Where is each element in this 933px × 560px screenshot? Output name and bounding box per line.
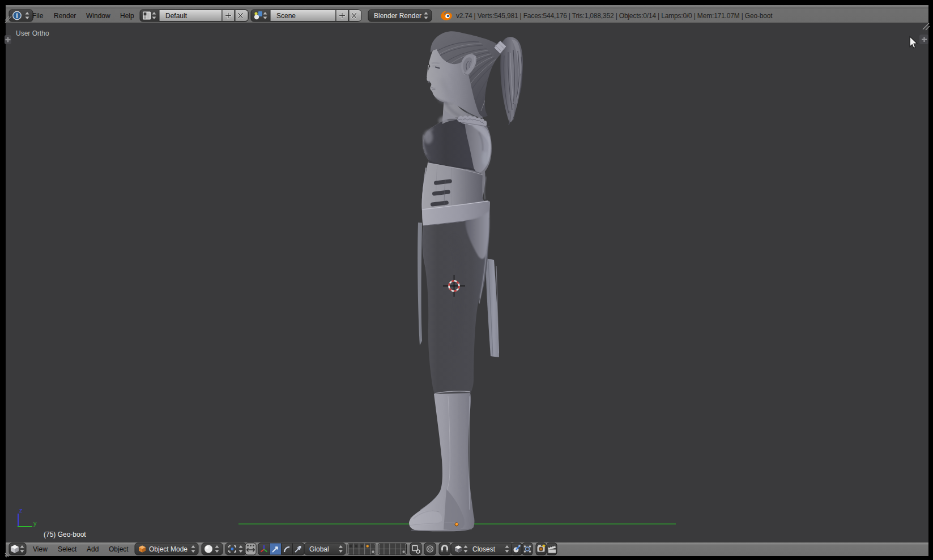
- svg-text:View: View: [33, 545, 48, 553]
- svg-text:Default: Default: [165, 12, 188, 20]
- svg-text:(75) Geo-boot: (75) Geo-boot: [44, 531, 86, 538]
- svg-text:Object: Object: [109, 545, 129, 553]
- svg-text:z: z: [19, 507, 23, 514]
- svg-text:Window: Window: [86, 12, 110, 20]
- svg-text:File: File: [32, 12, 44, 20]
- svg-text:Add: Add: [87, 545, 99, 553]
- svg-text:Scene: Scene: [276, 12, 296, 20]
- svg-text:Object Mode: Object Mode: [149, 545, 188, 553]
- svg-text:Help: Help: [120, 12, 134, 20]
- svg-text:y: y: [33, 520, 37, 527]
- svg-text:Render: Render: [54, 12, 76, 20]
- svg-text:Select: Select: [58, 545, 77, 553]
- svg-text:Closest: Closest: [472, 545, 496, 553]
- svg-text:Blender Render: Blender Render: [374, 12, 421, 20]
- svg-text:Global: Global: [309, 545, 329, 553]
- svg-text:i: i: [16, 12, 18, 20]
- svg-text:User Ortho: User Ortho: [16, 29, 49, 37]
- svg-text:v2.74 | Verts:545,981 | Faces:: v2.74 | Verts:545,981 | Faces:544,176 | …: [456, 12, 773, 20]
